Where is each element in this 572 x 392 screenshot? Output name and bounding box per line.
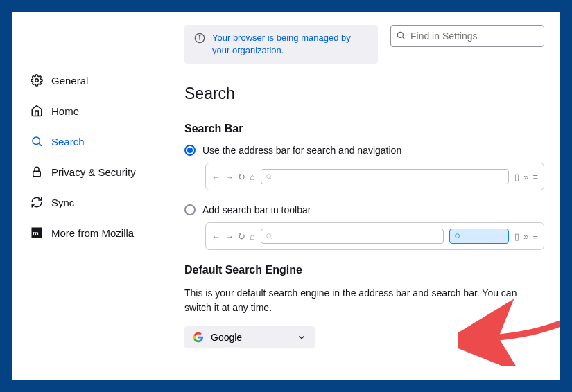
settings-window: General Home Search Privacy & Security S… (12, 12, 560, 380)
sidebar-item-label: Sync (51, 197, 74, 208)
default-engine-description: This is your default search engine in th… (184, 286, 538, 315)
svg-point-11 (267, 175, 271, 179)
svg-point-8 (199, 35, 200, 36)
svg-point-0 (35, 79, 39, 82)
lock-icon (31, 166, 43, 178)
sidebar-item-home[interactable]: Home (25, 97, 150, 125)
sync-icon (31, 196, 43, 208)
reload-icon: ↻ (238, 231, 245, 242)
sidebar-item-more[interactable]: m More from Mozilla (25, 219, 150, 247)
sidebar-item-label: Home (51, 105, 79, 117)
top-row: Your browser is being managed by your or… (184, 25, 544, 64)
sidebar-item-search[interactable]: Search (25, 127, 150, 155)
svg-point-9 (397, 32, 403, 37)
svg-line-12 (270, 178, 272, 179)
nav-icons: ←→↻⌂ (211, 172, 255, 182)
radio-indicator-checked (184, 145, 196, 156)
tail-icons: ▯»≡ (514, 172, 538, 182)
dropdown-value: Google (211, 332, 242, 343)
sidebar-item-privacy[interactable]: Privacy & Security (25, 158, 150, 186)
find-in-settings (390, 25, 544, 64)
notice-text[interactable]: Your browser is being managed by your or… (212, 32, 368, 57)
main-content: Your browser is being managed by your or… (159, 12, 560, 380)
mozilla-icon: m (31, 226, 43, 239)
default-engine-heading: Default Search Engine (184, 264, 544, 276)
urlbar-preview (261, 229, 444, 244)
search-icon (31, 135, 43, 148)
svg-point-13 (267, 234, 271, 238)
google-icon (193, 332, 204, 343)
svg-point-1 (33, 137, 40, 145)
sidebar: General Home Search Privacy & Security S… (12, 12, 159, 380)
sidebar-item-sync[interactable]: Sync (25, 188, 150, 216)
svg-line-16 (459, 238, 460, 239)
back-icon: ← (211, 172, 220, 182)
search-icon (266, 173, 272, 180)
sidebar-item-label: Search (51, 136, 85, 148)
radio-label: Add search bar in toolbar (202, 204, 311, 215)
search-bar-heading: Search Bar (184, 123, 544, 135)
sidebar-item-general[interactable]: General (25, 66, 150, 94)
home-icon: ⌂ (250, 231, 255, 242)
info-icon (194, 33, 205, 44)
gear-icon (31, 74, 43, 87)
forward-icon: → (225, 172, 234, 182)
search-icon (266, 233, 272, 240)
default-engine-dropdown[interactable]: Google (184, 326, 315, 348)
sidebar-item-label: General (51, 75, 88, 87)
home-icon (31, 105, 43, 117)
svg-point-15 (456, 234, 460, 238)
back-icon: ← (211, 231, 220, 242)
svg-text:m: m (33, 229, 39, 237)
radio-label: Use the address bar for search and navig… (202, 145, 401, 156)
chevron-down-icon (297, 332, 306, 342)
radio-add-search-bar[interactable]: Add search bar in toolbar (184, 204, 544, 215)
page-title: Search (184, 84, 544, 103)
reload-icon: ↻ (238, 172, 245, 182)
nav-icons: ←→↻⌂ (211, 231, 255, 242)
searchbar-preview (449, 229, 509, 244)
tail-icons: ▯»≡ (514, 231, 538, 242)
find-in-settings-input[interactable] (390, 25, 544, 47)
svg-rect-3 (33, 171, 41, 177)
toolbar-preview-split: ←→↻⌂ ▯»≡ (205, 222, 544, 250)
radio-indicator (184, 204, 196, 215)
toolbar-preview-unified: ←→↻⌂ ▯»≡ (205, 163, 544, 190)
search-icon (454, 233, 461, 240)
search-icon (396, 30, 406, 40)
managed-notice: Your browser is being managed by your or… (184, 25, 378, 64)
sidebar-item-label: Privacy & Security (51, 166, 136, 178)
svg-line-14 (270, 238, 272, 239)
sidebar-item-label: More from Mozilla (51, 227, 134, 239)
urlbar-preview (261, 169, 509, 184)
home-icon: ⌂ (250, 172, 255, 182)
radio-use-address-bar[interactable]: Use the address bar for search and navig… (184, 145, 544, 156)
forward-icon: → (225, 231, 234, 242)
svg-line-10 (403, 37, 405, 39)
svg-line-2 (39, 143, 41, 145)
